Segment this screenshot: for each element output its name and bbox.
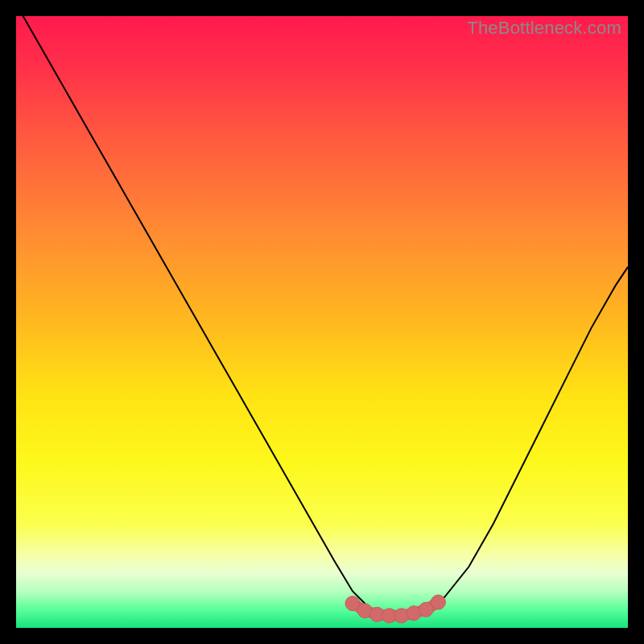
watermark-text: TheBottleneck.com	[467, 18, 621, 39]
chart-frame: TheBottleneck.com	[16, 16, 628, 628]
plot-area	[16, 16, 628, 628]
bottleneck-chart	[16, 16, 628, 628]
gradient-background	[16, 16, 628, 628]
marker-point	[431, 595, 445, 609]
